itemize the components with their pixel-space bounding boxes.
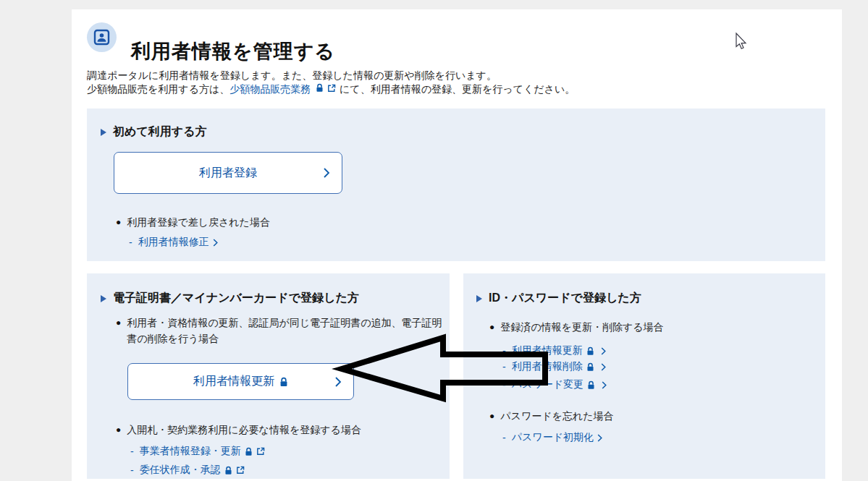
- chevron-right-icon: [601, 363, 606, 371]
- page-title: 利用者情報を管理する: [131, 38, 335, 64]
- lock-icon: [316, 83, 324, 93]
- user-register-button-label: 利用者登録: [199, 166, 257, 181]
- hyphen-icon: -: [502, 432, 506, 443]
- intro-line-1: 調達ポータルに利用者情報を登録します。また、登録した情報の更新や削除を行います。: [87, 69, 575, 82]
- intro-text: 調達ポータルに利用者情報を登録します。また、登録した情報の更新や削除を行います。…: [87, 69, 575, 96]
- hyphen-icon: -: [502, 379, 506, 391]
- lock-icon: [586, 362, 594, 372]
- business-info-register-link-label: 事業者情報登録・更新: [140, 445, 241, 458]
- external-link-icon: [327, 84, 336, 93]
- lock-icon: [587, 380, 595, 390]
- bullet-icon: ●: [116, 422, 121, 438]
- section-heading-label: 電子証明書／マイナンバーカードで登録した方: [113, 291, 359, 306]
- proxy-letter-link-label: 委任状作成・承認: [140, 464, 221, 477]
- business-info-register-link[interactable]: - 事業者情報登録・更新: [130, 445, 265, 458]
- user-info-delete-link-label: 利用者情報削除: [512, 360, 583, 373]
- bullet-icon: ●: [489, 319, 494, 335]
- password-reset-link[interactable]: - パスワード初期化: [502, 431, 602, 444]
- user-register-button[interactable]: 利用者登録: [114, 152, 342, 194]
- user-info-update-link-label: 利用者情報更新: [512, 344, 583, 357]
- small-goods-sales-link[interactable]: 少額物品販売業務: [229, 83, 311, 95]
- section-certificate-users: 電子証明書／マイナンバーカードで登録した方 ● 利用者・資格情報の更新、認証局が…: [87, 273, 450, 479]
- chevron-right-icon: [601, 347, 606, 355]
- section-id-password-users: ID・パスワードで登録した方 ● 登録済の情報を更新・削除する場合 - 利用者情…: [463, 273, 825, 479]
- page-title-icon-circle: [87, 22, 117, 52]
- user-info-delete-link[interactable]: - 利用者情報削除: [502, 360, 606, 373]
- lock-icon: [224, 466, 232, 475]
- bullet-icon: ●: [116, 214, 121, 230]
- proxy-letter-link[interactable]: - 委任状作成・承認: [130, 464, 245, 477]
- section-heading-label: 初めて利用する方: [113, 124, 207, 140]
- case-registration-returned-label: 利用者登録で差し戻された場合: [127, 214, 270, 230]
- lock-icon: [586, 346, 594, 356]
- case-bid-contract-label: 入開札・契約業務利用に必要な情報を登録する場合: [127, 422, 361, 438]
- case-certificate-update-label: 利用者・資格情報の更新、認証局が同じ電子証明書の追加、電子証明書の削除を行う場合: [127, 315, 443, 346]
- user-info-update-link[interactable]: - 利用者情報更新: [502, 344, 606, 357]
- password-reset-link-label: パスワード初期化: [512, 431, 594, 444]
- bullet-icon: ●: [116, 315, 121, 331]
- case-update-delete: ● 登録済の情報を更新・削除する場合: [489, 319, 664, 335]
- section-marker-triangle-icon: [476, 295, 482, 302]
- hyphen-icon: -: [130, 446, 134, 457]
- chevron-right-icon: [597, 434, 602, 442]
- section-marker-triangle-icon: [101, 129, 106, 136]
- bullet-icon: ●: [489, 408, 494, 424]
- password-change-link-label: パスワード変更: [512, 378, 583, 391]
- case-update-delete-label: 登録済の情報を更新・削除する場合: [500, 319, 663, 335]
- section-heading-id-password: ID・パスワードで登録した方: [476, 291, 641, 306]
- password-change-link[interactable]: - パスワード変更: [502, 378, 607, 391]
- id-card-person-icon: [87, 22, 117, 52]
- case-certificate-update: ● 利用者・資格情報の更新、認証局が同じ電子証明書の追加、電子証明書の削除を行う…: [116, 315, 443, 346]
- external-link-icon: [256, 447, 265, 456]
- chevron-right-icon: [213, 239, 218, 247]
- main-content-panel: 利用者情報を管理する 調達ポータルに利用者情報を登録します。また、登録した情報の…: [72, 9, 842, 481]
- chevron-right-icon: [602, 381, 607, 389]
- hyphen-icon: -: [502, 361, 506, 373]
- external-link-icon: [236, 466, 245, 474]
- hyphen-icon: -: [502, 345, 506, 357]
- lock-icon: [279, 377, 288, 387]
- case-forgot-password-label: パスワードを忘れた場合: [500, 408, 613, 424]
- section-heading-certificate: 電子証明書／マイナンバーカードで登録した方: [101, 291, 359, 306]
- hyphen-icon: -: [130, 464, 134, 476]
- section-heading-label: ID・パスワードで登録した方: [489, 291, 641, 306]
- section-marker-triangle-icon: [101, 295, 106, 302]
- hyphen-icon: -: [129, 237, 132, 248]
- lock-icon: [245, 447, 253, 456]
- user-info-fix-link-label: 利用者情報修正: [138, 236, 209, 249]
- case-registration-returned: ● 利用者登録で差し戻された場合: [116, 214, 270, 230]
- case-bid-contract: ● 入開札・契約業務利用に必要な情報を登録する場合: [116, 422, 361, 438]
- chevron-right-icon: [323, 168, 330, 179]
- chevron-right-icon: [334, 376, 342, 387]
- section-first-time-users: 初めて利用する方 利用者登録 ● 利用者登録で差し戻された場合 - 利用者情報修…: [87, 108, 825, 261]
- case-forgot-password: ● パスワードを忘れた場合: [489, 408, 614, 424]
- user-info-update-button-label: 利用者情報更新: [193, 374, 274, 389]
- intro-line-2-prefix: 少額物品販売を利用する方は、: [87, 83, 229, 95]
- intro-line-2-suffix: にて、利用者情報の登録、更新を行ってください。: [340, 83, 575, 95]
- section-heading-first-time: 初めて利用する方: [101, 124, 207, 140]
- intro-line-2: 少額物品販売を利用する方は、少額物品販売業務 にて、利用者情報の登録、更新を行っ…: [87, 82, 575, 96]
- user-info-fix-link[interactable]: - 利用者情報修正: [129, 236, 218, 249]
- user-info-update-button[interactable]: 利用者情報更新: [127, 363, 354, 400]
